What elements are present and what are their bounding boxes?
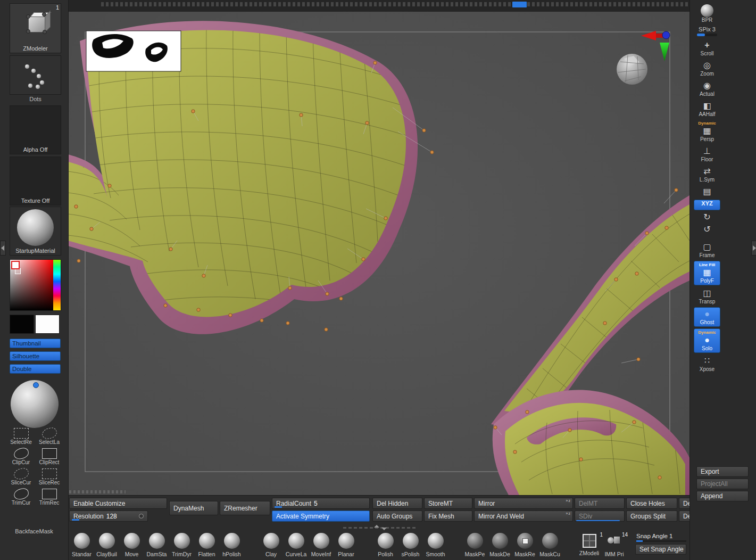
left-tray-collapse-arrow[interactable] — [0, 241, 6, 256]
color-picker[interactable] — [10, 259, 61, 311]
preview-gyro-sphere[interactable] — [11, 378, 59, 426]
z-axis-dot-icon[interactable] — [662, 31, 670, 39]
sdiv-slider[interactable]: SDiv — [575, 510, 625, 522]
scroll-button[interactable]: + Scroll — [694, 39, 720, 57]
groups-split-button[interactable]: Groups Split — [626, 510, 677, 522]
frame-button[interactable]: ▢ Frame — [694, 241, 720, 259]
trimrec-button[interactable]: TrimRec — [37, 488, 62, 506]
cliprect-button[interactable]: ClipRect — [37, 447, 62, 465]
aahalf-button[interactable]: ◧ AAHalf — [694, 100, 720, 118]
rotate-cw-button[interactable]: ↻ — [694, 212, 720, 223]
enable-customize-button[interactable]: Enable Customize — [69, 498, 167, 509]
clipped-button-top[interactable]: De — [679, 498, 689, 509]
brush-dark-sphere-icon — [492, 533, 508, 549]
gyro-handle[interactable] — [33, 382, 39, 388]
clipcur-button[interactable]: ClipCur — [9, 447, 34, 465]
activate-symmetry-button[interactable]: Activate Symmetry — [272, 510, 370, 522]
selectla-button[interactable]: SelectLa — [37, 427, 62, 445]
secondary-color-swatch[interactable] — [35, 315, 60, 334]
brush-maskcurve[interactable]: MaskCu — [537, 533, 562, 557]
brush-imm-primitives[interactable]: 14 IMM Pri — [602, 533, 627, 557]
actual-button[interactable]: ◉ Actual — [694, 79, 720, 98]
selectre-button[interactable]: SelectRe — [9, 427, 34, 445]
floor-button[interactable]: ⊥ Floor — [694, 145, 720, 163]
ghost-icon: ● — [694, 309, 720, 319]
rotate-ccw-button[interactable]: ↺ — [694, 224, 720, 235]
brush-standard[interactable]: Standar — [69, 533, 94, 557]
auto-groups-button[interactable]: Auto Groups — [372, 510, 422, 522]
ghost-button[interactable]: ● Ghost — [694, 307, 720, 327]
brush-spolish[interactable]: sPolish — [398, 533, 423, 557]
mirror-button[interactable]: Mirror »z — [474, 498, 573, 509]
texture-selector[interactable]: Texture Off — [10, 157, 61, 205]
see-through-button[interactable]: ▤ — [694, 185, 720, 198]
brush-maskrect[interactable]: MaskRe — [512, 533, 537, 557]
current-tool-thumbnail[interactable]: 1 ZModeler — [10, 3, 61, 53]
material-selector[interactable]: StartupMaterial — [10, 207, 61, 256]
double-toggle[interactable]: Double — [10, 364, 61, 374]
resolution-knob[interactable] — [139, 514, 144, 518]
local-symmetry-button[interactable]: ⇄ L.Sym — [694, 165, 720, 184]
brush-maskpen[interactable]: MaskPe — [462, 533, 487, 557]
stroke-selector[interactable] — [10, 55, 61, 95]
clipped-button-bottom[interactable]: De — [679, 510, 689, 522]
slicerec-button[interactable]: SliceRec — [37, 467, 62, 485]
brush-clay[interactable]: Clay — [259, 533, 284, 557]
spix-slider[interactable]: SPix 3 — [694, 26, 720, 37]
delmt-button[interactable]: DelMT — [575, 498, 625, 509]
close-holes-button[interactable]: Close Holes — [626, 498, 677, 509]
zoom-button[interactable]: ◎ Zoom — [694, 59, 720, 78]
export-button[interactable]: Export — [696, 466, 749, 477]
mirror-and-weld-button[interactable]: Mirror And Weld »z — [474, 510, 573, 522]
trimcur-button[interactable]: TrimCur — [9, 488, 34, 506]
shelf-divider-handle[interactable] — [343, 525, 417, 530]
brush-hpolish[interactable]: hPolish — [219, 533, 244, 557]
thumbnail-toggle[interactable]: Thumbnail — [10, 339, 61, 348]
dynamesh-button[interactable]: DynaMesh — [169, 501, 218, 515]
projectall-button[interactable]: ProjectAll — [696, 479, 749, 489]
brush-moveinfinite[interactable]: MoveInf — [309, 533, 334, 557]
snap-angle-slider[interactable]: Snap Angle 1 — [635, 533, 686, 539]
timeline-strip[interactable] — [0, 0, 756, 12]
brush-curvelathe[interactable]: CurveLa — [284, 533, 309, 557]
append-button[interactable]: Append — [696, 491, 749, 501]
snap-angle-track[interactable] — [636, 540, 686, 542]
brush-maskdeformer[interactable]: MaskDe — [487, 533, 512, 557]
brush-polish[interactable]: Polish — [373, 533, 398, 557]
brush-planar[interactable]: Planar — [334, 533, 359, 557]
brush-zmodeler[interactable]: 1 ZModeli — [577, 533, 602, 556]
dots-stroke-icon — [24, 63, 51, 89]
zremesher-button[interactable]: ZRemesher — [220, 501, 270, 515]
slicecur-button[interactable]: SliceCur — [9, 467, 34, 485]
set-snap-angle-button[interactable]: Set Snap Angle — [635, 544, 686, 555]
brush-smooth[interactable]: Smooth — [423, 533, 448, 557]
brush-move[interactable]: Move — [119, 533, 144, 557]
radialcount-slider[interactable]: RadialCount 5 — [272, 498, 370, 509]
persp-button[interactable]: Dynamic ▦ Persp — [694, 120, 720, 143]
right-tray-collapse-arrow[interactable] — [751, 241, 756, 256]
solo-button[interactable]: Dynamic ● Solo — [694, 328, 720, 353]
timeline-marker[interactable] — [512, 2, 527, 7]
fix-mesh-button[interactable]: Fix Mesh — [424, 510, 472, 522]
transparency-button[interactable]: ◫ Transp — [694, 287, 720, 306]
viewport[interactable] — [68, 12, 689, 495]
backfacemask-button[interactable]: BackfaceMask — [0, 528, 68, 534]
silhouette-toggle[interactable]: Silhouette — [10, 351, 61, 361]
brush-damstandard[interactable]: DamSta — [144, 533, 169, 557]
polyframe-button[interactable]: Line Fill ▦ PolyF — [694, 261, 720, 285]
brush-trimdynamic[interactable]: TrimDyr — [169, 533, 194, 557]
spix-slider-track[interactable] — [697, 34, 717, 36]
brush-flatten[interactable]: Flatten — [194, 533, 219, 557]
storemt-button[interactable]: StoreMT — [424, 498, 472, 509]
right-tray: BPR SPix 3 + Scroll ◎ Zoom ◉ Actual ◧ AA… — [689, 0, 756, 560]
main-color-swatch[interactable] — [10, 315, 34, 334]
resolution-slider[interactable]: Resolution 128 — [69, 510, 148, 522]
brush-claybuildup[interactable]: ClayBuil — [94, 533, 119, 557]
xpose-button[interactable]: ∷ Xpose — [694, 355, 720, 373]
brush-sphere-icon — [199, 533, 215, 549]
alpha-selector[interactable]: Alpha Off — [10, 105, 61, 154]
xyz-symmetry-button[interactable]: XYZ — [694, 200, 720, 210]
bpr-button[interactable]: BPR — [694, 3, 720, 24]
hue-strip[interactable] — [53, 260, 61, 310]
del-hidden-button[interactable]: Del Hidden — [372, 498, 422, 509]
